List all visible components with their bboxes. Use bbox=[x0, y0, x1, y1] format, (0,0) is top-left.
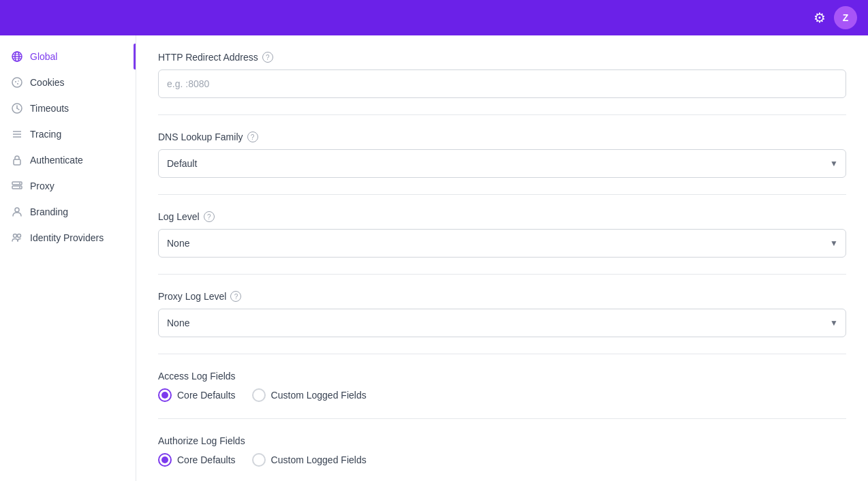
identity-providers-icon bbox=[11, 232, 23, 244]
sidebar-item-branding[interactable]: Branding bbox=[0, 199, 136, 225]
log-level-section: Log Level ? None Debug Info Warn Error ▼ bbox=[158, 195, 846, 275]
dns-lookup-family-select[interactable]: Default V4Only V6Only Auto bbox=[158, 149, 846, 178]
sidebar-label-branding: Branding bbox=[30, 206, 68, 217]
content-inner: HTTP Redirect Address ? DNS Lookup Famil… bbox=[136, 35, 868, 481]
svg-point-5 bbox=[12, 78, 22, 87]
gear-icon[interactable]: ⚙ bbox=[813, 10, 826, 26]
sidebar-label-identity-providers: Identity Providers bbox=[30, 232, 104, 243]
http-redirect-address-label: HTTP Redirect Address ? bbox=[158, 52, 846, 63]
svg-point-18 bbox=[19, 183, 20, 184]
access-log-custom-option[interactable]: Custom Logged Fields bbox=[252, 388, 367, 402]
avatar[interactable]: Z bbox=[834, 6, 857, 29]
clock-icon bbox=[11, 102, 23, 114]
authorize-log-core-defaults-option[interactable]: Core Defaults bbox=[158, 453, 236, 467]
sidebar-label-authenticate: Authenticate bbox=[30, 155, 83, 166]
sidebar-item-tracing[interactable]: Tracing bbox=[0, 121, 136, 147]
sidebar-item-global[interactable]: Global bbox=[0, 44, 136, 69]
svg-point-21 bbox=[14, 234, 17, 238]
sidebar-item-proxy[interactable]: Proxy bbox=[0, 173, 136, 199]
svg-line-11 bbox=[17, 108, 19, 110]
proxy-log-level-label: Proxy Log Level ? bbox=[158, 291, 846, 302]
svg-point-6 bbox=[15, 81, 16, 82]
globe-icon bbox=[11, 50, 23, 63]
svg-point-7 bbox=[17, 83, 18, 84]
sidebar-label-proxy: Proxy bbox=[30, 181, 55, 191]
cookie-icon bbox=[11, 76, 23, 89]
proxy-log-level-section: Proxy Log Level ? None Debug Info Warn E… bbox=[158, 275, 846, 354]
main-layout: Global Cookies Timeouts bbox=[0, 35, 868, 481]
access-log-core-defaults-option[interactable]: Core Defaults bbox=[158, 388, 236, 402]
log-level-select[interactable]: None Debug Info Warn Error bbox=[158, 229, 846, 258]
proxy-log-level-select[interactable]: None Debug Info Warn Error bbox=[158, 309, 846, 337]
authorize-log-fields-section: Authorize Log Fields Core Defaults Custo… bbox=[158, 419, 846, 481]
authorize-log-core-defaults-radio[interactable] bbox=[158, 453, 172, 467]
authorize-log-core-defaults-label: Core Defaults bbox=[177, 454, 236, 465]
log-level-label: Log Level ? bbox=[158, 211, 846, 222]
content-area: HTTP Redirect Address ? DNS Lookup Famil… bbox=[136, 35, 868, 481]
access-log-core-defaults-label: Core Defaults bbox=[177, 390, 236, 401]
http-redirect-address-input[interactable] bbox=[158, 69, 846, 98]
sidebar-item-authenticate[interactable]: Authenticate bbox=[0, 147, 136, 173]
authorize-log-custom-label: Custom Logged Fields bbox=[271, 454, 367, 465]
access-log-fields-label: Access Log Fields bbox=[158, 371, 846, 382]
proxy-icon bbox=[11, 180, 23, 192]
svg-point-8 bbox=[18, 80, 19, 82]
authorize-log-fields-radio-group: Core Defaults Custom Logged Fields bbox=[158, 453, 846, 467]
authorize-log-custom-radio[interactable] bbox=[252, 453, 266, 467]
authorize-log-fields-label: Authorize Log Fields bbox=[158, 435, 846, 446]
sidebar-label-timeouts: Timeouts bbox=[30, 103, 69, 114]
lock-icon bbox=[11, 154, 23, 166]
access-log-fields-radio-group: Core Defaults Custom Logged Fields bbox=[158, 388, 846, 402]
access-log-fields-section: Access Log Fields Core Defaults Custom L… bbox=[158, 354, 846, 419]
dns-lookup-help-icon[interactable]: ? bbox=[247, 131, 258, 142]
http-redirect-help-icon[interactable]: ? bbox=[262, 52, 273, 63]
proxy-log-level-help-icon[interactable]: ? bbox=[230, 291, 241, 302]
dns-lookup-select-wrapper: Default V4Only V6Only Auto ▼ bbox=[158, 149, 846, 178]
sidebar-label-tracing: Tracing bbox=[30, 129, 61, 140]
sidebar-label-global: Global bbox=[30, 51, 57, 62]
dns-lookup-family-section: DNS Lookup Family ? Default V4Only V6Onl… bbox=[158, 115, 846, 195]
sidebar-label-cookies: Cookies bbox=[30, 77, 65, 88]
sidebar-item-cookies[interactable]: Cookies bbox=[0, 69, 136, 95]
access-log-custom-label: Custom Logged Fields bbox=[271, 390, 367, 401]
http-redirect-address-section: HTTP Redirect Address ? bbox=[158, 35, 846, 115]
log-level-help-icon[interactable]: ? bbox=[204, 211, 215, 222]
sidebar-item-timeouts[interactable]: Timeouts bbox=[0, 95, 136, 121]
branding-icon bbox=[11, 206, 23, 218]
dns-lookup-family-label: DNS Lookup Family ? bbox=[158, 131, 846, 142]
topbar: ⚙ Z bbox=[0, 0, 868, 35]
svg-point-19 bbox=[19, 187, 20, 188]
svg-point-22 bbox=[18, 234, 21, 238]
sidebar-item-identity-providers[interactable]: Identity Providers bbox=[0, 225, 136, 251]
svg-point-20 bbox=[15, 208, 19, 212]
tracing-icon bbox=[11, 128, 23, 140]
proxy-log-level-select-wrapper: None Debug Info Warn Error ▼ bbox=[158, 309, 846, 337]
access-log-custom-radio[interactable] bbox=[252, 388, 266, 402]
authorize-log-custom-option[interactable]: Custom Logged Fields bbox=[252, 453, 367, 467]
svg-rect-15 bbox=[14, 159, 20, 165]
log-level-select-wrapper: None Debug Info Warn Error ▼ bbox=[158, 229, 846, 258]
sidebar: Global Cookies Timeouts bbox=[0, 35, 136, 481]
access-log-core-defaults-radio[interactable] bbox=[158, 388, 172, 402]
